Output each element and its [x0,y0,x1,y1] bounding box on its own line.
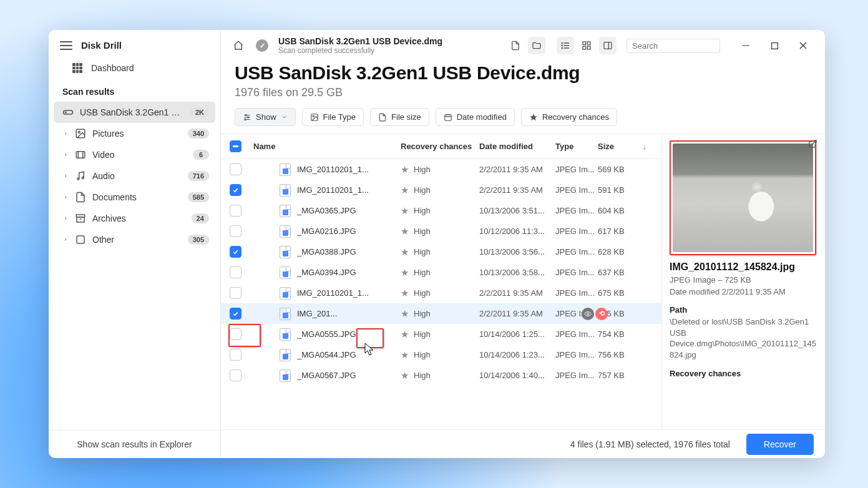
star-icon: ★ [401,329,409,340]
svg-rect-23 [604,42,612,49]
sidebar-item-drive[interactable]: USB SanDisk 3.2Gen1 US...2K [54,102,215,123]
table-row[interactable]: IMG_20110201_1...★High2/2/2011 9:35 AMJP… [221,283,661,303]
file-name: IMG_20110201_1... [297,185,401,195]
sidebar-item-badge: 305 [188,235,209,245]
file-type-icon [280,225,291,238]
table-row[interactable]: _MGA0555.JPG★High10/14/2006 1:25...JPEG … [221,324,661,344]
table-row[interactable]: IMG_20110201_1...★High2/2/2011 9:35 AMJP… [221,180,661,200]
sidebar-item-label: Audio [92,171,182,181]
date-value: 10/13/2006 3:51... [479,206,545,215]
col-recovery[interactable]: Recovery chances [401,142,479,151]
list-view-icon[interactable] [557,37,574,54]
table-row[interactable]: _MGA0216.JPG★High10/12/2006 11:3...JPEG … [221,221,661,242]
row-checkbox[interactable] [230,369,241,381]
table-row[interactable]: _MGA0365.JPG★High10/13/2006 3:51...JPEG … [221,200,661,221]
home-icon[interactable] [230,37,247,54]
size-value: 604 KB [598,206,625,215]
detail-filename: IMG_20101112_145824.jpg [670,261,816,273]
file-type-icon [280,328,291,341]
date-value: 2/2/2011 9:35 AM [479,288,543,298]
col-size[interactable]: Size [598,142,636,151]
date-value: 10/14/2006 1:25... [479,329,545,339]
star-icon: ★ [401,226,409,237]
table-row[interactable]: _MGA0544.JPG★High10/14/2006 1:23...JPEG … [221,344,661,365]
svg-point-8 [82,177,84,179]
row-checkbox[interactable] [230,349,241,361]
table-row[interactable]: _MGA0567.JPG★High10/14/2006 1:40...JPEG … [221,365,661,386]
folder-view-icon[interactable] [528,37,545,54]
filter-show[interactable]: Show [235,108,296,126]
sidebar-item-archive[interactable]: Archives24 [54,208,215,229]
svg-point-3 [78,131,80,133]
svg-point-36 [245,119,246,120]
table-row[interactable]: _MGA0394.JPG★High10/13/2006 3:58...JPEG … [221,262,661,283]
detail-modified: Date modified 2/2/2011 9:35 AM [670,287,816,296]
file-type-icon [280,184,291,197]
row-checkbox[interactable] [230,205,241,217]
table-row[interactable]: IMG_20110201_1...★High2/2/2011 9:35 AMJP… [221,159,661,180]
star-icon: ★ [401,370,409,381]
nav-dashboard[interactable]: Dashboard [49,57,220,79]
picture-icon [75,128,86,139]
sort-indicator[interactable]: ↓ [636,142,653,151]
filter-file-size[interactable]: File size [370,108,429,126]
row-checkbox[interactable] [230,328,241,340]
row-checkbox[interactable] [230,184,241,196]
sidebar-item-document[interactable]: Documents585 [54,187,215,208]
breadcrumb-subtitle: Scan completed successfully [278,46,442,55]
recover-button[interactable]: Recover [746,434,814,455]
recovery-value: High [414,371,431,380]
type-value: JPEG Im... [555,350,595,359]
detail-meta: JPEG Image – 725 KB [670,275,816,285]
sidebar-item-picture[interactable]: Pictures340 [54,123,215,144]
select-all-checkbox[interactable] [230,140,241,152]
type-value: JPEG Im... [555,165,595,174]
col-type[interactable]: Type [555,142,598,151]
show-in-explorer-link[interactable]: Show scan results in Explorer [49,430,220,458]
col-date[interactable]: Date modified [479,142,555,151]
type-value: JPEG Im... [555,185,595,195]
row-checkbox[interactable] [230,287,241,299]
filter-recovery-chances[interactable]: Recovery chances [521,108,617,126]
type-value: JPEG Im... [555,329,595,339]
sidebar-item-video[interactable]: Video6 [54,144,215,165]
svg-rect-10 [77,217,84,222]
detail-pane-icon[interactable] [599,37,617,54]
recovery-value: High [414,227,431,236]
preview-highlight [670,140,816,255]
sidebar-item-audio[interactable]: Audio716 [54,165,215,187]
table-row[interactable]: IMG_201...★High2/2/2011 9:35 AMJPEG Im..… [221,303,661,324]
col-name[interactable]: Name [252,142,401,151]
row-checkbox[interactable] [230,266,241,278]
sidebar-item-label: Video [92,150,187,160]
search-input[interactable] [627,39,720,53]
size-value: 617 KB [598,227,625,236]
recover-row-icon[interactable]: ⟲ [595,308,608,320]
filter-date-modified[interactable]: Date modified [436,108,515,126]
size-value: 637 KB [598,268,625,277]
size-value: 757 KB [598,371,625,380]
row-checkbox[interactable] [230,225,241,237]
grid-view-icon[interactable] [578,37,595,54]
sidebar-item-other[interactable]: Other305 [54,229,215,250]
file-type-icon [280,369,291,382]
file-icon [378,113,387,122]
row-checkbox[interactable] [230,246,241,258]
row-checkbox[interactable] [230,163,241,175]
filter-file-type[interactable]: File Type [302,108,364,126]
preview-icon[interactable] [582,308,594,320]
search-field[interactable] [632,41,737,51]
type-value: JPEG Im... [555,371,595,380]
menu-icon[interactable] [60,41,72,50]
file-name: _MGA0216.JPG [297,227,401,236]
svg-rect-12 [77,236,84,243]
sidebar-item-label: Documents [92,192,182,202]
minimize-button[interactable] [733,37,759,54]
row-checkbox[interactable] [230,308,241,320]
maximize-button[interactable] [761,37,788,54]
close-button[interactable] [790,37,816,54]
file-view-icon[interactable] [507,37,524,54]
table-row[interactable]: _MGA0388.JPG★High10/13/2006 3:56...JPEG … [221,242,661,262]
popout-icon[interactable] [808,139,817,149]
preview-image[interactable] [673,144,813,252]
